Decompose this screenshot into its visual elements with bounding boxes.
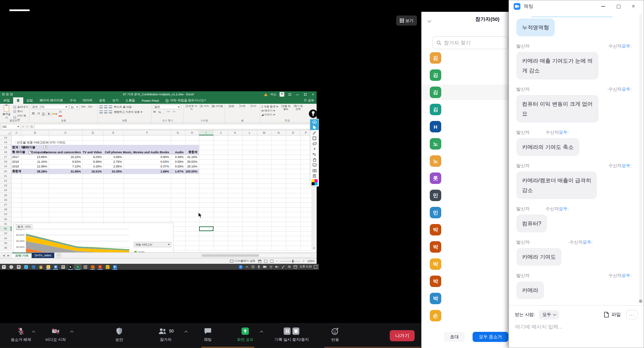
- pivot-value-cell[interactable]: 30.63%: [185, 159, 198, 164]
- participant-search-input[interactable]: 참가자 찾기: [432, 36, 508, 49]
- filter-dropdown-icon[interactable]: [43, 145, 47, 149]
- find-select-button[interactable]: 찾기 및 선택: [292, 105, 304, 110]
- participant-row[interactable]: H: [421, 119, 509, 134]
- pivot-value-cell[interactable]: 6.03%: [83, 155, 103, 159]
- everyone-link[interactable]: 모두: [621, 86, 630, 92]
- chevron-down-icon[interactable]: [428, 19, 431, 23]
- toolbar-shield-button[interactable]: 보안: [99, 326, 139, 342]
- participant-row[interactable]: 박: [421, 256, 509, 272]
- pivot-value-cell[interactable]: 7.10%: [49, 164, 82, 169]
- volume-muted-icon[interactable]: [275, 265, 279, 269]
- zoom-slider[interactable]: [281, 261, 300, 261]
- tellme-box[interactable]: 어떤 작업을 원하시나요?: [165, 97, 206, 104]
- normal-view-icon[interactable]: [258, 260, 261, 263]
- leave-meeting-button[interactable]: 나가기: [390, 330, 415, 341]
- row-header-20[interactable]: 20: [0, 169, 11, 173]
- ribbon-tab-홈[interactable]: 홈: [13, 97, 23, 104]
- cut-button[interactable]: 잘라내기: [13, 105, 29, 109]
- chat-scroll-thumb[interactable]: [639, 299, 642, 303]
- chat-close-button[interactable]: ×: [632, 4, 635, 9]
- annotation-shape-button[interactable]: [310, 135, 319, 141]
- everyone-link[interactable]: 모두: [621, 273, 630, 279]
- taskbar-icon-edge[interactable]: e: [30, 264, 37, 270]
- currency-button[interactable]: ￦: [153, 110, 156, 114]
- align-bottom-button[interactable]: [109, 105, 112, 108]
- chart-field-button[interactable]: 합계 : 이익: [16, 224, 32, 229]
- ribbon-tab-삽입[interactable]: 삽입: [23, 97, 36, 104]
- annotation-dot-button[interactable]: [310, 146, 319, 152]
- pivot-value-cell[interactable]: 41.18%: [185, 155, 198, 159]
- ribbon-tab-Power Pivot[interactable]: Power Pivot: [138, 97, 162, 104]
- clear-button[interactable]: ◢ 지우기: [261, 113, 278, 117]
- align-center-button[interactable]: [104, 110, 107, 114]
- participant-row[interactable]: 김: [421, 102, 509, 117]
- chat-titlebar[interactable]: 채팅 ×: [509, 0, 644, 12]
- format-cells-button[interactable]: 서식: [248, 105, 258, 108]
- taskbar-icon-search[interactable]: ○: [7, 264, 15, 270]
- bold-button[interactable]: 가: [31, 112, 35, 116]
- row-header-36[interactable]: 36: [0, 246, 11, 250]
- pivot-value-cell[interactable]: 5.69%: [83, 159, 103, 164]
- column-header-J[interactable]: J: [214, 130, 228, 135]
- participant-row[interactable]: 노: [421, 153, 509, 169]
- row-header-17[interactable]: 17: [0, 155, 11, 159]
- pivot-chart[interactable]: 0.00%5.00%10.00%15.00%20.00%25.00%30.00%…: [13, 223, 173, 252]
- participant-row[interactable]: 손: [421, 308, 509, 323]
- worksheet-grid[interactable]: 0.00%5.00%10.00%15.00%20.00%25.00%30.00%…: [0, 130, 317, 252]
- taskbar-icon-settings[interactable]: ✲: [59, 264, 67, 270]
- pivot-value-cell[interactable]: 9.53%: [49, 159, 82, 164]
- align-left-button[interactable]: [99, 110, 103, 114]
- taskbar-icon-explorer[interactable]: ▭: [44, 264, 52, 270]
- annotation-undo-button[interactable]: [310, 152, 319, 157]
- zoom-annotation-logo-icon[interactable]: [309, 109, 317, 118]
- mute-all-button[interactable]: 모두 음소거: [473, 332, 508, 342]
- column-header-C[interactable]: C: [49, 130, 83, 135]
- pivot-value-cell[interactable]: 4.29%: [83, 164, 103, 169]
- row-header-28[interactable]: 28: [0, 207, 11, 212]
- participant-row[interactable]: 박: [421, 274, 509, 289]
- everyone-link[interactable]: 모두: [559, 129, 568, 135]
- pivot-year-label[interactable]: 2017: [12, 155, 19, 159]
- column-header-K[interactable]: K: [228, 130, 243, 135]
- row-header-24[interactable]: 24: [0, 188, 11, 193]
- taskbar-icon-notes[interactable]: ▭: [104, 264, 111, 270]
- display-settings-button[interactable]: 디스플레이 설정: [230, 259, 255, 263]
- pivot-year-label[interactable]: 2019: [12, 164, 19, 169]
- participant-row[interactable]: 노: [421, 136, 509, 152]
- column-header-O[interactable]: O: [286, 130, 300, 135]
- enter-icon[interactable]: ✓: [26, 125, 29, 128]
- taskbar-icon-start[interactable]: ⊞: [0, 264, 7, 270]
- annotation-pen-button[interactable]: [310, 130, 319, 135]
- pivot-value-cell[interactable]: 2.75%: [103, 159, 123, 164]
- pivot-value-cell[interactable]: 2.85%: [103, 164, 123, 169]
- row-header-34[interactable]: 34: [0, 236, 11, 241]
- row-header-19[interactable]: 19: [0, 164, 11, 169]
- column-header-L[interactable]: L: [243, 130, 257, 135]
- annotation-eye-button[interactable]: [310, 119, 319, 125]
- account-avatar[interactable]: [280, 92, 284, 97]
- copy-button[interactable]: 복사: [13, 109, 29, 114]
- pivot-value-cell[interactable]: 4.69%: [103, 155, 123, 159]
- taskbar-icon-store[interactable]: ▤: [15, 264, 22, 270]
- row-header-25[interactable]: 25: [0, 193, 11, 198]
- formula-input[interactable]: [34, 124, 316, 129]
- row-header-18[interactable]: 18: [0, 159, 11, 164]
- annotation-eraser-button[interactable]: [310, 141, 319, 146]
- row-header-23[interactable]: 23: [0, 183, 11, 188]
- participant-row[interactable]: 박: [421, 239, 509, 255]
- participant-row[interactable]: 민: [421, 205, 509, 220]
- participant-row[interactable]: 김: [421, 50, 509, 66]
- sheet-tab-pivot[interactable]: 피벗-기여: [12, 253, 32, 258]
- taskbar-icon-excel[interactable]: X: [74, 264, 82, 270]
- taskbar-clock[interactable]: 오후 4:19: [299, 265, 312, 269]
- taskbar-icon-zoom-annot[interactable]: ◉: [67, 264, 74, 270]
- toolbar-chevron-up[interactable]: [71, 331, 73, 334]
- toolbar-chat-bubble-button[interactable]: 채팅: [188, 326, 228, 342]
- taskbar-icon-powerpoint[interactable]: P: [96, 264, 104, 270]
- chat-input[interactable]: 여기에 메시지 입력...: [515, 324, 638, 330]
- taskbar-icon-zoom[interactable]: ▶: [111, 264, 119, 270]
- participant-row[interactable]: 롯: [421, 170, 509, 186]
- toolbar-chevron-up[interactable]: [185, 331, 188, 334]
- toolbar-record-pause-button[interactable]: 기록 일시 중지/중지: [271, 326, 312, 342]
- row-header-35[interactable]: 35: [0, 241, 11, 246]
